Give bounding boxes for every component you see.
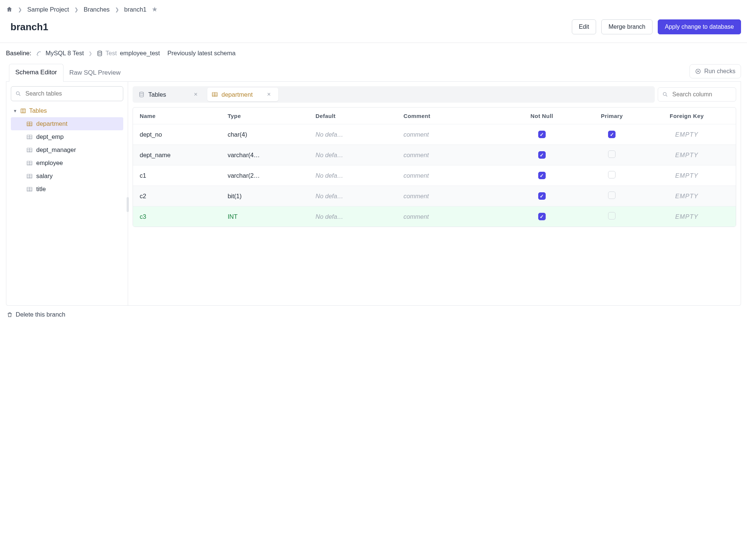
columns-icon [20,108,26,114]
sidebar-table-employee[interactable]: employee [11,156,123,169]
col-header-comment[interactable]: Comment [403,113,504,119]
checkbox[interactable] [608,212,616,220]
column-name[interactable]: dept_no [140,131,227,138]
baseline-database[interactable]: Test employee_test [97,50,160,57]
tables-sidebar: ▼ Tables departmentdept_empdept_managere… [6,82,128,305]
column-notnull: ✓ [504,213,579,221]
database-icon [139,91,145,97]
column-name[interactable]: c1 [140,172,227,179]
checkbox[interactable]: ✓ [538,172,546,179]
chevron-right-icon: ❯ [89,51,92,56]
column-fk[interactable]: EMPTY [644,193,729,200]
column-row-c1[interactable]: c1varchar(2…No defa…comment✓EMPTY [133,165,736,186]
edit-button[interactable]: Edit [572,19,596,34]
column-type[interactable]: varchar(2… [227,172,315,179]
close-icon[interactable]: × [194,91,198,98]
checkbox[interactable]: ✓ [538,131,546,138]
star-icon[interactable]: ★ [152,5,158,13]
database-icon [97,50,103,56]
column-type[interactable]: INT [227,213,315,220]
mysql-icon [36,50,43,57]
column-fk[interactable]: EMPTY [644,172,729,179]
checkbox[interactable]: ✓ [538,213,546,220]
column-primary [579,192,644,200]
search-icon [15,91,21,97]
column-row-c2[interactable]: c2bit(1)No defa…comment✓EMPTY [133,186,736,206]
trash-icon [7,312,13,318]
column-type[interactable]: bit(1) [227,193,315,200]
baseline-note: Previously latest schema [167,50,236,57]
svg-rect-3 [21,109,25,113]
baseline-instance[interactable]: MySQL 8 Test [36,50,84,57]
tables-tree-root[interactable]: ▼ Tables [11,106,123,116]
col-header-name[interactable]: Name [140,113,227,119]
column-default[interactable]: No defa… [316,131,403,138]
col-header-type[interactable]: Type [227,113,315,119]
columns-grid: Name Type Default Comment Not Null Prima… [133,107,736,227]
checkbox[interactable] [608,150,616,158]
column-default[interactable]: No defa… [316,213,403,220]
column-name[interactable]: dept_name [140,152,227,159]
column-row-dept_no[interactable]: dept_nochar(4)No defa…comment✓✓EMPTY [133,124,736,144]
svg-point-0 [97,51,102,52]
column-type[interactable]: varchar(4… [227,152,315,159]
column-fk[interactable]: EMPTY [644,131,729,138]
delete-branch-link[interactable]: Delete this branch [6,306,741,318]
header-actions: Edit Merge branch Apply change to databa… [572,19,741,34]
sidebar-table-salary[interactable]: salary [11,169,123,183]
column-name[interactable]: c3 [140,213,227,220]
column-fk[interactable]: EMPTY [644,213,729,220]
column-comment[interactable]: comment [403,131,504,138]
breadcrumb-branches[interactable]: Branches [84,6,110,13]
close-icon[interactable]: × [267,91,271,98]
col-header-fk[interactable]: Foreign Key [644,113,729,119]
column-comment[interactable]: comment [403,172,504,179]
column-search-input[interactable] [658,87,736,102]
columns-header-row: Name Type Default Comment Not Null Prima… [133,108,736,124]
column-comment[interactable]: comment [403,213,504,220]
checkbox[interactable]: ✓ [538,151,546,159]
svg-point-10 [140,92,144,93]
breadcrumb-branch[interactable]: branch1 [124,6,147,13]
column-default[interactable]: No defa… [316,172,403,179]
baseline-label: Baseline: [6,50,31,57]
column-comment[interactable]: comment [403,193,504,200]
breadcrumb-project[interactable]: Sample Project [27,6,69,13]
tab-raw-sql-preview[interactable]: Raw SQL Preview [63,65,127,82]
column-type[interactable]: char(4) [227,131,315,138]
checkbox[interactable] [608,171,616,178]
checkbox[interactable]: ✓ [538,192,546,200]
table-icon [27,161,32,166]
sidebar-item-label: dept_manager [36,146,76,153]
open-tab-department[interactable]: department× [207,88,278,101]
sidebar-table-dept_manager[interactable]: dept_manager [11,143,123,156]
merge-branch-button[interactable]: Merge branch [601,19,653,34]
col-header-default[interactable]: Default [316,113,403,119]
col-header-notnull[interactable]: Not Null [504,113,579,119]
resize-handle[interactable] [127,197,129,212]
column-notnull: ✓ [504,151,579,159]
column-default[interactable]: No defa… [316,193,403,200]
column-default[interactable]: No defa… [316,152,403,159]
column-row-dept_name[interactable]: dept_namevarchar(4…No defa…comment✓EMPTY [133,144,736,165]
column-row-c3[interactable]: c3INTNo defa…comment✓EMPTY [133,206,736,227]
sidebar-table-title[interactable]: title [11,183,123,196]
tables-search-input[interactable] [11,86,123,101]
run-checks-button[interactable]: Run checks [689,64,741,78]
tab-schema-editor[interactable]: Schema Editor [9,64,63,82]
sidebar-item-label: department [36,120,67,127]
checkbox[interactable]: ✓ [608,131,616,138]
sidebar-table-department[interactable]: department [11,117,123,130]
column-name[interactable]: c2 [140,193,227,200]
sidebar-table-dept_emp[interactable]: dept_emp [11,130,123,143]
column-primary: ✓ [579,131,644,139]
apply-change-button[interactable]: Apply change to database [658,19,741,34]
svg-point-12 [663,93,666,96]
home-icon[interactable] [6,6,13,13]
open-tab-Tables[interactable]: Tables× [134,88,205,101]
col-header-primary[interactable]: Primary [579,113,644,119]
column-comment[interactable]: comment [403,152,504,159]
table-icon [212,92,218,97]
checkbox[interactable] [608,192,616,199]
column-fk[interactable]: EMPTY [644,152,729,159]
